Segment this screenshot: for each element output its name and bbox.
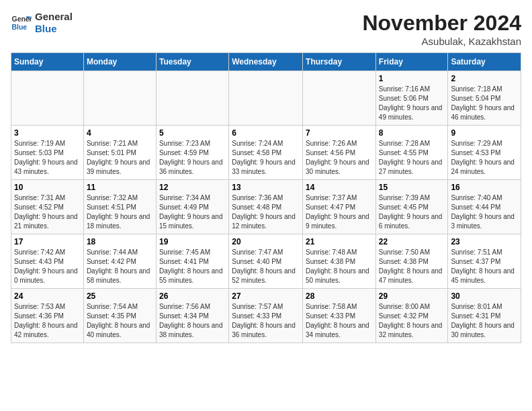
weekday-header: Monday bbox=[83, 53, 156, 71]
day-number: 13 bbox=[232, 183, 300, 192]
weekday-header: Tuesday bbox=[156, 53, 228, 71]
calendar-day-cell: 26Sunrise: 7:56 AM Sunset: 4:34 PM Dayli… bbox=[156, 289, 228, 343]
day-info: Sunrise: 7:47 AM Sunset: 4:40 PM Dayligh… bbox=[232, 248, 300, 285]
calendar-week-row: 17Sunrise: 7:42 AM Sunset: 4:43 PM Dayli… bbox=[11, 234, 521, 289]
day-number: 12 bbox=[159, 183, 226, 192]
weekday-row: SundayMondayTuesdayWednesdayThursdayFrid… bbox=[11, 53, 521, 71]
title-block: November 2024 Asubulak, Kazakhstan bbox=[362, 11, 521, 47]
day-number: 7 bbox=[306, 128, 373, 138]
day-info: Sunrise: 7:54 AM Sunset: 4:35 PM Dayligh… bbox=[87, 302, 153, 340]
page-header: General Blue General Blue November 2024 … bbox=[11, 11, 521, 47]
day-number: 1 bbox=[379, 74, 445, 83]
calendar-day-cell bbox=[83, 71, 156, 126]
calendar-day-cell: 4Sunrise: 7:21 AM Sunset: 5:01 PM Daylig… bbox=[83, 126, 156, 180]
day-info: Sunrise: 7:19 AM Sunset: 5:03 PM Dayligh… bbox=[14, 139, 81, 177]
day-info: Sunrise: 7:37 AM Sunset: 4:47 PM Dayligh… bbox=[306, 193, 373, 231]
day-info: Sunrise: 7:48 AM Sunset: 4:38 PM Dayligh… bbox=[306, 248, 373, 285]
month-title: November 2024 bbox=[362, 11, 521, 36]
calendar-day-cell: 23Sunrise: 7:51 AM Sunset: 4:37 PM Dayli… bbox=[448, 234, 521, 289]
calendar-day-cell: 18Sunrise: 7:44 AM Sunset: 4:42 PM Dayli… bbox=[83, 234, 156, 289]
calendar-header: SundayMondayTuesdayWednesdayThursdayFrid… bbox=[11, 53, 521, 71]
weekday-header: Thursday bbox=[303, 53, 376, 71]
calendar-day-cell: 12Sunrise: 7:34 AM Sunset: 4:49 PM Dayli… bbox=[156, 180, 228, 234]
day-number: 26 bbox=[159, 291, 226, 301]
day-info: Sunrise: 7:28 AM Sunset: 4:55 PM Dayligh… bbox=[379, 139, 445, 177]
day-number: 27 bbox=[232, 291, 300, 301]
calendar-day-cell bbox=[229, 71, 303, 126]
calendar-day-cell: 20Sunrise: 7:47 AM Sunset: 4:40 PM Dayli… bbox=[229, 234, 303, 289]
day-info: Sunrise: 7:56 AM Sunset: 4:34 PM Dayligh… bbox=[159, 302, 226, 340]
day-number: 9 bbox=[451, 128, 518, 138]
day-number: 11 bbox=[87, 183, 153, 192]
location-subtitle: Asubulak, Kazakhstan bbox=[362, 36, 521, 47]
day-number: 24 bbox=[14, 291, 81, 301]
logo-icon: General Blue bbox=[11, 12, 32, 34]
day-number: 4 bbox=[87, 128, 153, 138]
day-info: Sunrise: 7:21 AM Sunset: 5:01 PM Dayligh… bbox=[87, 139, 153, 177]
calendar-day-cell: 19Sunrise: 7:45 AM Sunset: 4:41 PM Dayli… bbox=[156, 234, 228, 289]
calendar-table: SundayMondayTuesdayWednesdayThursdayFrid… bbox=[11, 52, 521, 343]
weekday-header: Wednesday bbox=[229, 53, 303, 71]
calendar-week-row: 10Sunrise: 7:31 AM Sunset: 4:52 PM Dayli… bbox=[11, 180, 521, 234]
day-number: 2 bbox=[451, 74, 518, 83]
day-number: 28 bbox=[306, 291, 373, 301]
day-number: 29 bbox=[379, 291, 445, 301]
day-info: Sunrise: 7:18 AM Sunset: 5:04 PM Dayligh… bbox=[451, 85, 518, 122]
calendar-day-cell bbox=[303, 71, 376, 126]
day-info: Sunrise: 8:01 AM Sunset: 4:31 PM Dayligh… bbox=[451, 302, 518, 340]
day-info: Sunrise: 7:51 AM Sunset: 4:37 PM Dayligh… bbox=[451, 248, 518, 285]
day-number: 21 bbox=[306, 237, 373, 246]
day-number: 5 bbox=[159, 128, 226, 138]
calendar-day-cell: 16Sunrise: 7:40 AM Sunset: 4:44 PM Dayli… bbox=[448, 180, 521, 234]
weekday-header: Friday bbox=[375, 53, 448, 71]
calendar-week-row: 3Sunrise: 7:19 AM Sunset: 5:03 PM Daylig… bbox=[11, 126, 521, 180]
day-number: 17 bbox=[14, 237, 81, 246]
day-info: Sunrise: 7:23 AM Sunset: 4:59 PM Dayligh… bbox=[159, 139, 226, 177]
day-info: Sunrise: 7:58 AM Sunset: 4:33 PM Dayligh… bbox=[306, 302, 373, 340]
day-info: Sunrise: 7:29 AM Sunset: 4:53 PM Dayligh… bbox=[451, 139, 518, 177]
day-info: Sunrise: 8:00 AM Sunset: 4:32 PM Dayligh… bbox=[379, 302, 445, 340]
logo: General Blue General Blue bbox=[11, 11, 73, 35]
day-info: Sunrise: 7:39 AM Sunset: 4:45 PM Dayligh… bbox=[379, 193, 445, 231]
day-number: 22 bbox=[379, 237, 445, 246]
calendar-day-cell: 9Sunrise: 7:29 AM Sunset: 4:53 PM Daylig… bbox=[448, 126, 521, 180]
day-info: Sunrise: 7:42 AM Sunset: 4:43 PM Dayligh… bbox=[14, 248, 81, 285]
calendar-week-row: 1Sunrise: 7:16 AM Sunset: 5:06 PM Daylig… bbox=[11, 71, 521, 126]
weekday-header: Saturday bbox=[448, 53, 521, 71]
day-info: Sunrise: 7:53 AM Sunset: 4:36 PM Dayligh… bbox=[14, 302, 81, 340]
calendar-body: 1Sunrise: 7:16 AM Sunset: 5:06 PM Daylig… bbox=[11, 71, 521, 343]
day-info: Sunrise: 7:34 AM Sunset: 4:49 PM Dayligh… bbox=[159, 193, 226, 231]
day-info: Sunrise: 7:50 AM Sunset: 4:38 PM Dayligh… bbox=[379, 248, 445, 285]
calendar-day-cell: 6Sunrise: 7:24 AM Sunset: 4:58 PM Daylig… bbox=[229, 126, 303, 180]
day-number: 18 bbox=[87, 237, 153, 246]
day-info: Sunrise: 7:24 AM Sunset: 4:58 PM Dayligh… bbox=[232, 139, 300, 177]
day-number: 16 bbox=[451, 183, 518, 192]
calendar-day-cell: 27Sunrise: 7:57 AM Sunset: 4:33 PM Dayli… bbox=[229, 289, 303, 343]
svg-text:Blue: Blue bbox=[12, 24, 28, 31]
day-info: Sunrise: 7:32 AM Sunset: 4:51 PM Dayligh… bbox=[87, 193, 153, 231]
calendar-day-cell: 8Sunrise: 7:28 AM Sunset: 4:55 PM Daylig… bbox=[375, 126, 448, 180]
day-number: 25 bbox=[87, 291, 153, 301]
calendar-day-cell bbox=[156, 71, 228, 126]
calendar-day-cell: 15Sunrise: 7:39 AM Sunset: 4:45 PM Dayli… bbox=[375, 180, 448, 234]
calendar-day-cell: 17Sunrise: 7:42 AM Sunset: 4:43 PM Dayli… bbox=[11, 234, 84, 289]
day-number: 3 bbox=[14, 128, 81, 138]
logo-line1: General bbox=[35, 11, 73, 23]
day-number: 30 bbox=[451, 291, 518, 301]
day-info: Sunrise: 7:57 AM Sunset: 4:33 PM Dayligh… bbox=[232, 302, 300, 340]
day-number: 19 bbox=[159, 237, 226, 246]
calendar-week-row: 24Sunrise: 7:53 AM Sunset: 4:36 PM Dayli… bbox=[11, 289, 521, 343]
calendar-day-cell: 11Sunrise: 7:32 AM Sunset: 4:51 PM Dayli… bbox=[83, 180, 156, 234]
day-info: Sunrise: 7:36 AM Sunset: 4:48 PM Dayligh… bbox=[232, 193, 300, 231]
calendar-day-cell: 10Sunrise: 7:31 AM Sunset: 4:52 PM Dayli… bbox=[11, 180, 84, 234]
calendar-day-cell: 13Sunrise: 7:36 AM Sunset: 4:48 PM Dayli… bbox=[229, 180, 303, 234]
calendar-day-cell: 30Sunrise: 8:01 AM Sunset: 4:31 PM Dayli… bbox=[448, 289, 521, 343]
day-number: 8 bbox=[379, 128, 445, 138]
calendar-day-cell: 29Sunrise: 8:00 AM Sunset: 4:32 PM Dayli… bbox=[375, 289, 448, 343]
day-number: 6 bbox=[232, 128, 300, 138]
day-info: Sunrise: 7:31 AM Sunset: 4:52 PM Dayligh… bbox=[14, 193, 81, 231]
calendar-day-cell: 21Sunrise: 7:48 AM Sunset: 4:38 PM Dayli… bbox=[303, 234, 376, 289]
calendar-day-cell: 5Sunrise: 7:23 AM Sunset: 4:59 PM Daylig… bbox=[156, 126, 228, 180]
calendar-day-cell: 24Sunrise: 7:53 AM Sunset: 4:36 PM Dayli… bbox=[11, 289, 84, 343]
calendar-day-cell: 28Sunrise: 7:58 AM Sunset: 4:33 PM Dayli… bbox=[303, 289, 376, 343]
